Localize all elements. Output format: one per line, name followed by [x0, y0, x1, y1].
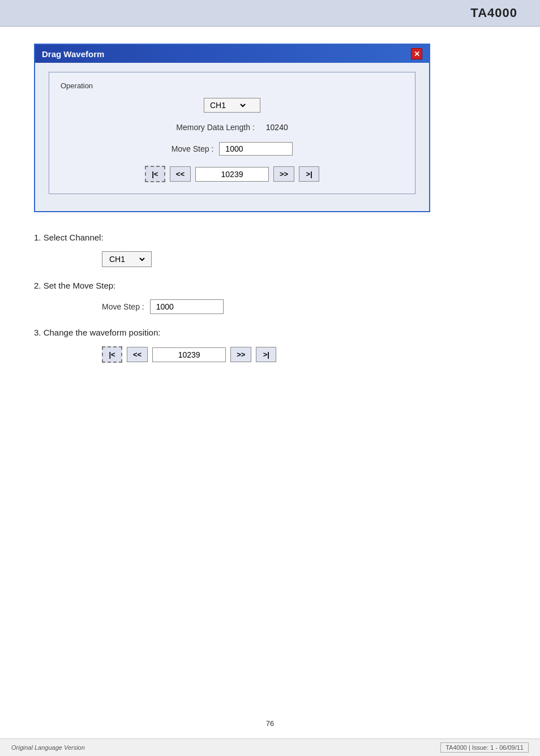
- page-footer: Original Language Version TA4000 | Issue…: [0, 738, 540, 756]
- nav-next-button[interactable]: >>: [273, 166, 294, 182]
- instruction-2-label: 2. Set the Move Step:: [34, 281, 506, 290]
- nav-last-button[interactable]: >|: [299, 166, 319, 182]
- nav-last-label: >|: [306, 170, 312, 178]
- nav-next-standalone-label: >>: [237, 350, 245, 359]
- memory-data-label: Memory Data Length :: [176, 123, 255, 132]
- instruction-2: 2. Set the Move Step: Move Step :: [34, 281, 506, 314]
- instruction-3-widget: |< << >> >|: [102, 346, 506, 363]
- nav-row: |< << >> >|: [61, 166, 404, 182]
- instruction-3-text: Change the waveform position:: [44, 328, 161, 337]
- operation-group-label: Operation: [61, 81, 404, 90]
- instruction-1-number: 1.: [34, 233, 44, 242]
- move-step-standalone: Move Step :: [102, 299, 224, 314]
- nav-position-standalone-input[interactable]: [152, 347, 226, 362]
- instruction-3: 3. Change the waveform position: |< << >…: [34, 328, 506, 363]
- instruction-2-text: Set the Move Step:: [44, 281, 116, 290]
- footer-brand: TA4000: [445, 744, 467, 751]
- channel-select-wrapper[interactable]: CH1 CH2 CH3 CH4: [204, 98, 260, 113]
- nav-first-standalone-label: |<: [109, 350, 115, 359]
- dialog-title: Drag Waveform: [42, 49, 104, 59]
- dialog-body: Operation CH1 CH2 CH3 CH4 Memory Data L: [35, 63, 429, 211]
- instruction-1-widget: CH1 CH2 CH3 CH4: [102, 251, 506, 267]
- channel-select[interactable]: CH1 CH2 CH3 CH4: [208, 100, 247, 110]
- nav-next-label: >>: [280, 170, 288, 178]
- instruction-2-widget: Move Step :: [102, 299, 506, 314]
- footer-right: TA4000 | Issue: 1 - 06/09/11: [440, 742, 529, 753]
- nav-next-button-standalone[interactable]: >>: [230, 347, 251, 362]
- instruction-2-number: 2.: [34, 281, 44, 290]
- memory-data-value: 10240: [266, 123, 288, 132]
- instruction-1: 1. Select Channel: CH1 CH2 CH3 CH4: [34, 233, 506, 267]
- instruction-1-label: 1. Select Channel:: [34, 233, 506, 242]
- instruction-3-label: 3. Change the waveform position:: [34, 328, 506, 337]
- nav-first-label: |<: [152, 170, 158, 178]
- footer-left: Original Language Version: [11, 744, 85, 751]
- channel-row: CH1 CH2 CH3 CH4: [61, 98, 404, 113]
- move-step-input[interactable]: [219, 142, 293, 156]
- nav-first-button-standalone[interactable]: |<: [102, 346, 122, 363]
- nav-prev-button-standalone[interactable]: <<: [127, 347, 148, 362]
- channel-select-standalone-wrapper[interactable]: CH1 CH2 CH3 CH4: [102, 251, 152, 267]
- nav-prev-standalone-label: <<: [133, 350, 142, 359]
- move-step-standalone-input[interactable]: [150, 299, 224, 314]
- drag-waveform-dialog: Drag Waveform ✕ Operation CH1 CH2 CH3 CH…: [34, 44, 430, 212]
- page-header: TA4000: [0, 0, 540, 27]
- operation-group: Operation CH1 CH2 CH3 CH4 Memory Data L: [49, 72, 415, 194]
- dialog-close-button[interactable]: ✕: [411, 48, 422, 59]
- memory-data-row: Memory Data Length : 10240: [61, 123, 404, 132]
- main-content: Drag Waveform ✕ Operation CH1 CH2 CH3 CH…: [0, 27, 540, 410]
- page-number: 76: [0, 719, 540, 728]
- nav-first-button[interactable]: |<: [145, 166, 165, 182]
- nav-last-button-standalone[interactable]: >|: [256, 347, 276, 362]
- move-step-label: Move Step :: [172, 144, 214, 153]
- move-step-row: Move Step :: [61, 142, 404, 156]
- dialog-titlebar: Drag Waveform ✕: [35, 45, 429, 63]
- nav-prev-button[interactable]: <<: [170, 166, 191, 182]
- page-title: TA4000: [470, 6, 517, 20]
- instruction-3-number: 3.: [34, 328, 44, 337]
- nav-position-input[interactable]: [195, 167, 269, 182]
- nav-prev-label: <<: [176, 170, 185, 178]
- footer-issue: Issue: 1 - 06/09/11: [472, 744, 524, 751]
- move-step-standalone-label: Move Step :: [102, 302, 144, 311]
- nav-last-standalone-label: >|: [263, 350, 269, 359]
- channel-select-standalone[interactable]: CH1 CH2 CH3 CH4: [107, 254, 147, 264]
- instruction-1-text: Select Channel:: [44, 233, 104, 242]
